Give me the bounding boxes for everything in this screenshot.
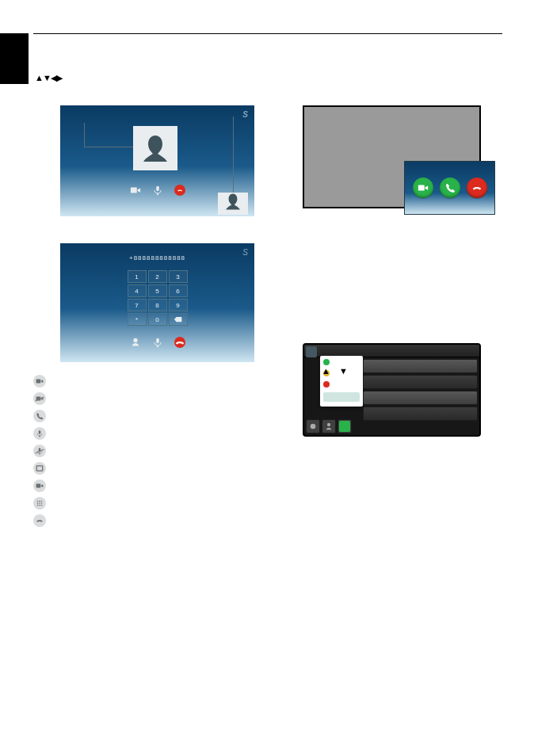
status-online[interactable] <box>323 359 330 365</box>
status-dropdown[interactable] <box>320 356 363 407</box>
svg-rect-5 <box>39 430 41 433</box>
video-call-screenshot: S <box>60 105 254 216</box>
status-panel-screenshot <box>303 343 481 437</box>
svg-point-15 <box>37 505 39 506</box>
list-item[interactable] <box>363 391 478 405</box>
incoming-call-screenshot <box>303 105 481 208</box>
svg-rect-4 <box>36 397 41 401</box>
svg-point-9 <box>37 501 39 502</box>
svg-rect-1 <box>156 186 159 191</box>
dial-number: +888888888888 <box>60 254 254 262</box>
hangup-icon <box>33 514 46 527</box>
list-item[interactable] <box>363 359 478 373</box>
video-alt-icon <box>33 479 46 492</box>
legend-row <box>33 410 255 422</box>
call-toolbar <box>60 185 254 196</box>
legend-row <box>33 479 255 492</box>
svg-rect-2 <box>156 338 159 343</box>
video-icon <box>33 375 46 388</box>
svg-point-10 <box>39 501 40 502</box>
answer-audio-button[interactable] <box>440 178 460 198</box>
key-backspace[interactable] <box>169 313 188 326</box>
contact-icon[interactable] <box>130 337 141 348</box>
incoming-call-popup <box>404 161 495 215</box>
key-5[interactable]: 5 <box>148 284 167 297</box>
dial-toolbar <box>60 337 254 348</box>
legend-row <box>33 462 255 475</box>
key-6[interactable]: 6 <box>169 284 188 297</box>
legend-row <box>33 375 255 388</box>
dialpad-icon <box>33 497 46 510</box>
key-1[interactable]: 1 <box>128 270 147 283</box>
list-item[interactable] <box>363 407 478 421</box>
remote-avatar <box>133 126 177 170</box>
page-tab-marker <box>0 33 29 84</box>
mic-icon[interactable] <box>152 185 163 196</box>
status-busy[interactable] <box>323 381 330 388</box>
svg-rect-6 <box>39 448 41 451</box>
phone-icon <box>33 410 46 422</box>
key-3[interactable]: 3 <box>169 270 188 283</box>
list-item[interactable] <box>363 375 478 389</box>
top-rule <box>33 33 502 34</box>
dialpad-screenshot: S +888888888888 1 2 3 4 5 6 7 8 9 * 0 <box>60 243 254 362</box>
contact-list <box>363 359 478 433</box>
callout-line <box>233 116 234 193</box>
callout-line <box>84 123 85 147</box>
svg-rect-3 <box>36 380 41 384</box>
keypad: 1 2 3 4 5 6 7 8 9 * 0 <box>128 270 188 326</box>
mic-icon[interactable] <box>152 337 163 348</box>
status-invisible[interactable] <box>323 392 360 402</box>
svg-point-16 <box>39 505 40 506</box>
view-toggle[interactable] <box>306 419 320 433</box>
legend-row <box>33 445 255 457</box>
svg-point-13 <box>39 502 40 504</box>
hangup-button[interactable] <box>174 337 185 348</box>
key-4[interactable]: 4 <box>128 284 147 297</box>
svg-rect-18 <box>418 185 424 191</box>
fullscreen-icon <box>33 462 46 475</box>
key-7[interactable]: 7 <box>128 299 147 311</box>
svg-point-19 <box>311 424 316 430</box>
key-8[interactable]: 8 <box>148 299 167 311</box>
key-9[interactable]: 9 <box>169 299 188 311</box>
self-avatar[interactable] <box>306 346 317 357</box>
video-icon[interactable] <box>130 185 141 196</box>
status-indicator[interactable] <box>338 419 352 433</box>
self-preview <box>218 193 248 215</box>
svg-rect-7 <box>36 466 43 471</box>
mic-icon <box>33 427 46 440</box>
mic-off-icon <box>33 445 46 457</box>
key-star[interactable]: * <box>128 313 147 326</box>
key-2[interactable]: 2 <box>148 270 167 283</box>
video-off-icon <box>33 392 46 405</box>
svg-point-12 <box>37 502 39 504</box>
legend-row <box>33 514 255 527</box>
svg-point-14 <box>41 502 43 504</box>
svg-point-17 <box>41 505 43 506</box>
legend-row <box>33 497 255 510</box>
app-logo: S <box>242 110 248 119</box>
decline-button[interactable] <box>467 178 487 198</box>
svg-point-11 <box>41 501 43 502</box>
hangup-button[interactable] <box>174 185 185 196</box>
legend-row <box>33 392 255 405</box>
icon-legend <box>33 375 255 527</box>
callout-line <box>84 147 133 147</box>
direction-arrows: ▲▼◀▶ <box>35 73 62 83</box>
answer-video-button[interactable] <box>413 178 433 198</box>
svg-rect-0 <box>130 188 136 193</box>
legend-row <box>33 427 255 440</box>
up-down-arrows: ▲ ▼ <box>322 366 351 376</box>
contact-action[interactable] <box>322 419 336 433</box>
bottom-actions <box>306 419 352 433</box>
key-0[interactable]: 0 <box>148 313 167 326</box>
svg-rect-8 <box>36 484 41 488</box>
